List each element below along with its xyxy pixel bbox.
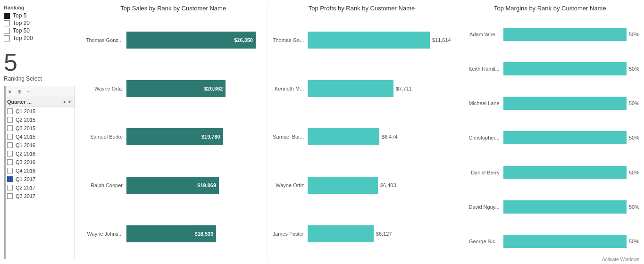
ranking-option-top20[interactable]: Top 20: [4, 20, 75, 26]
slicer-checkbox-q2-2016[interactable]: [7, 151, 13, 157]
bar-row: James Foster$6,127: [272, 225, 451, 242]
slicer-item-q4-2016[interactable]: Q4 2016: [4, 166, 75, 175]
slicer-item-label-q4-2016: Q4 2016: [16, 168, 35, 173]
ranking-option-top200-label: Top 200: [13, 35, 33, 41]
slicer-checkbox-q1-2017[interactable]: [7, 176, 13, 182]
bar-label: Christopher...: [461, 135, 503, 140]
bar-label: Thomas Go...: [272, 37, 308, 43]
slicer-checkbox-q3-2015[interactable]: [7, 125, 13, 131]
bar-value: $11,614: [432, 37, 451, 43]
bar-row: Thomas Go...$11,614: [272, 32, 451, 49]
ranking-option-top5[interactable]: Top 5: [4, 12, 75, 19]
bar-row: Wayne Ortiz$20,362: [84, 80, 262, 97]
slicer-item-label-q2-2017: Q2 2017: [16, 185, 35, 190]
slicer-checkbox-q2-2017[interactable]: [7, 185, 13, 190]
bar-label: Wayne Ortiz: [272, 182, 308, 188]
slicer-item-q3-2016[interactable]: Q3 2016: [4, 158, 75, 166]
bar-value: $26,350: [234, 37, 253, 43]
bar: [308, 128, 379, 145]
bar-container: 50%: [503, 95, 639, 112]
bar: $18,539: [126, 225, 216, 242]
bar-container: 50%: [503, 60, 639, 77]
sort-asc-icon[interactable]: ▲: [62, 99, 67, 104]
slicer-checkbox-q3-2016[interactable]: [7, 159, 13, 165]
bar-value: 50%: [629, 170, 639, 175]
bar: [308, 177, 378, 194]
slicer-item-label-q1-2015: Q1 2015: [16, 108, 35, 114]
slicer-item-q1-2016[interactable]: Q1 2016: [4, 141, 75, 149]
slicer-item-label-q4-2015: Q4 2015: [16, 134, 35, 140]
slicer-checkbox-q3-2017[interactable]: [7, 193, 13, 199]
bar-label: Samuel Burke: [84, 134, 126, 140]
margins-bar-chart: Adam Whe...50%Keith Hamil...50%Michael L…: [461, 17, 639, 259]
slicer-item-q3-2015[interactable]: Q3 2015: [4, 124, 75, 132]
bar-value: $7,711: [396, 86, 412, 91]
bar-value: $19,069: [197, 182, 216, 188]
slicer-item-q2-2015[interactable]: Q2 2015: [4, 116, 75, 124]
slicer-checkbox-q2-2015[interactable]: [7, 117, 13, 123]
ranking-option-top200[interactable]: Top 200: [4, 35, 75, 41]
bar-label: David Nguy...: [461, 204, 503, 210]
ranking-label: Ranking: [4, 5, 75, 10]
bar-row: Wayne Ortiz$6,403: [272, 177, 451, 194]
slicer-item-q2-2016[interactable]: Q2 2016: [4, 149, 75, 158]
bar-container: $6,403: [308, 177, 451, 194]
bar: $19,069: [126, 177, 219, 194]
bar-row: Keith Hamil...50%: [461, 60, 639, 77]
bar-value: $18,539: [195, 231, 214, 237]
bar-row: Daniel Berry50%: [461, 164, 639, 181]
slicer-item-q2-2017[interactable]: Q2 2017: [4, 183, 75, 192]
bar-value: $6,127: [376, 231, 392, 237]
bar-label: Adam Whe...: [461, 32, 503, 37]
bar-container: 50%: [503, 164, 639, 181]
bar-value: 50%: [629, 66, 639, 72]
slicer-checkbox-q1-2015[interactable]: [7, 108, 13, 114]
slicer-checkbox-q4-2015[interactable]: [7, 134, 13, 140]
slicer-header: Quarter ... ▲ ▼: [4, 97, 75, 107]
slicer-grid-icon[interactable]: ⊞: [16, 88, 23, 95]
bar-label: James Foster: [272, 231, 308, 237]
bar-label: Ralph Cooper: [84, 182, 126, 188]
bar-label: Wayne Johns...: [84, 231, 126, 237]
bar-container: $6,127: [308, 225, 451, 242]
bar-container: $7,711: [308, 80, 451, 97]
slicer-item-q1-2017[interactable]: Q1 2017: [4, 175, 75, 183]
left-panel: Ranking Top 5 Top 20 Top 50 Top 200 5 Ra…: [0, 0, 79, 264]
checkbox-top50[interactable]: [4, 28, 10, 34]
ranking-select-label: Ranking Select: [4, 75, 75, 82]
bar: [503, 28, 627, 41]
sales-chart-section: Top Sales by Rank by Customer Name Thoma…: [79, 5, 268, 259]
sort-desc-icon[interactable]: ▼: [67, 99, 72, 104]
bar-row: Ralph Cooper$19,069: [84, 177, 262, 194]
ranking-option-top50[interactable]: Top 50: [4, 27, 75, 34]
bar-label: Kenneth M...: [272, 86, 308, 91]
sales-bar-chart: Thomas Gonz...$26,350Wayne Ortiz$20,362S…: [84, 17, 262, 259]
slicer-item-label-q1-2017: Q1 2017: [16, 176, 35, 182]
slicer-checkbox-q4-2016[interactable]: [7, 168, 13, 173]
checkbox-top5[interactable]: [4, 13, 10, 19]
bar-container: $18,539: [126, 225, 262, 242]
slicer-more-icon[interactable]: ···: [25, 88, 33, 95]
slicer-item-q1-2015[interactable]: Q1 2015: [4, 107, 75, 116]
checkbox-top200[interactable]: [4, 35, 10, 41]
bar-value: 50%: [629, 239, 639, 244]
bar-value: 50%: [629, 32, 639, 37]
margins-chart-section: Top Margins by Rank by Customer Name Ada…: [456, 5, 644, 259]
slicer-item-label-q3-2016: Q3 2016: [16, 159, 35, 165]
bar-container: $11,614: [308, 32, 451, 49]
slicer-list-icon[interactable]: ≡: [6, 88, 14, 95]
profits-bar-chart: Thomas Go...$11,614Kenneth M...$7,711Sam…: [272, 17, 451, 259]
slicer-items: Q1 2015Q2 2015Q3 2015Q4 2015Q1 2016Q2 20…: [4, 107, 75, 259]
bar-row: Kenneth M...$7,711: [272, 80, 451, 97]
bar-row: Wayne Johns...$18,539: [84, 225, 262, 242]
slicer-checkbox-q1-2016[interactable]: [7, 142, 13, 148]
checkbox-top20[interactable]: [4, 20, 10, 26]
ranking-option-top20-label: Top 20: [13, 20, 30, 26]
bar-label: Samuel Bur...: [272, 134, 308, 140]
slicer-item-q3-2017[interactable]: Q3 2017: [4, 192, 75, 200]
bar: $20,362: [126, 80, 226, 97]
slicer-item-q4-2015[interactable]: Q4 2015: [4, 132, 75, 141]
ranking-option-top50-label: Top 50: [13, 27, 30, 34]
slicer-item-label-q2-2016: Q2 2016: [16, 151, 35, 157]
bar: $26,350: [126, 32, 256, 49]
